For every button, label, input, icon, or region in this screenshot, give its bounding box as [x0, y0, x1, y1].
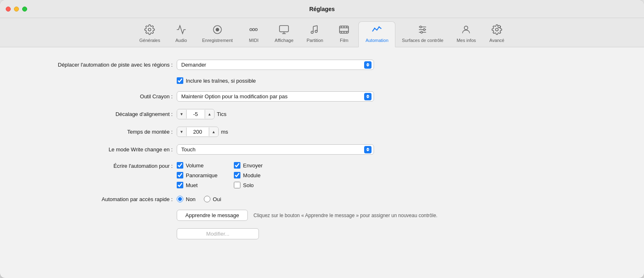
temps-montee-stepper: ▾ 200 ▴: [177, 127, 219, 137]
module-checkbox[interactable]: [234, 172, 240, 178]
tab-enregistrement-label: Enregistrement: [202, 38, 233, 43]
svg-point-25: [374, 28, 375, 29]
inclure-checkbox-group: Inclure les traînes, si possible: [177, 77, 256, 84]
svg-point-0: [148, 28, 151, 31]
temps-montee-label: Temps de montée :: [25, 129, 173, 135]
envoyer-checkbox-row: Envoyer: [234, 162, 275, 169]
radio-non-row: Non: [177, 196, 196, 202]
gear-icon: [144, 24, 155, 36]
automation-icon: [372, 24, 382, 36]
apprendre-button-row: Apprendre le message Cliquez sur le bout…: [177, 210, 437, 221]
deplacer-label: Déplacer l'automation de piste avec les …: [25, 62, 173, 68]
decalage-value: -5: [187, 109, 205, 119]
tab-film[interactable]: Film: [330, 22, 358, 47]
write-mode-row: Le mode Write change en : Touch Latch Wr…: [25, 144, 619, 155]
write-mode-label: Le mode Write change en :: [25, 146, 173, 153]
apprendre-button[interactable]: Apprendre le message: [177, 210, 248, 221]
content-area: Déplacer l'automation de piste avec les …: [0, 47, 644, 278]
radio-non-label[interactable]: Non: [186, 196, 196, 202]
tab-avance-label: Avancé: [489, 38, 505, 43]
svg-point-3: [250, 28, 252, 30]
svg-point-31: [424, 29, 425, 30]
write-mode-select[interactable]: Touch Latch Write: [177, 144, 374, 155]
svg-point-2: [216, 28, 219, 32]
tab-audio-label: Audio: [175, 38, 187, 43]
radio-non[interactable]: [177, 196, 183, 202]
svg-point-12: [315, 30, 317, 32]
deplacer-row: Déplacer l'automation de piste avec les …: [25, 60, 619, 70]
temps-montee-value: 200: [187, 127, 209, 137]
tab-partition-label: Partition: [307, 38, 323, 43]
panoramique-checkbox[interactable]: [177, 172, 183, 178]
outil-crayon-label: Outil Crayon :: [25, 93, 173, 100]
volume-checkbox[interactable]: [177, 162, 183, 169]
tab-mesinfos[interactable]: Mes infos: [450, 22, 482, 47]
apprendre-row: Apprendre le message Cliquez sur le bout…: [25, 210, 619, 221]
panoramique-label[interactable]: Panoramique: [186, 172, 217, 178]
solo-label[interactable]: Solo: [243, 182, 254, 188]
inclure-label[interactable]: Inclure les traînes, si possible: [186, 78, 256, 84]
tab-surfaces[interactable]: Surfaces de contrôle: [395, 22, 450, 47]
traffic-lights: [6, 7, 27, 12]
tab-affichage[interactable]: Affichage: [268, 22, 300, 47]
muet-checkbox[interactable]: [177, 182, 183, 188]
tab-film-label: Film: [340, 38, 349, 43]
ecrire-auto-row: Écrire l'automation pour : Volume Envoye…: [25, 162, 619, 188]
audio-icon: [176, 24, 187, 36]
tab-audio[interactable]: Audio: [167, 22, 196, 47]
temps-montee-row: Temps de montée : ▾ 200 ▴ ms: [25, 127, 619, 137]
decalage-decrement[interactable]: ▾: [177, 110, 187, 118]
deplacer-select-wrapper: Demander Toujours Jamais: [177, 60, 374, 70]
volume-checkbox-row: Volume: [177, 162, 217, 169]
titlebar: Réglages: [0, 0, 644, 18]
sliders-icon: [417, 24, 428, 36]
decalage-increment[interactable]: ▴: [205, 110, 214, 118]
envoyer-label[interactable]: Envoyer: [243, 162, 263, 169]
deplacer-select[interactable]: Demander Toujours Jamais: [177, 60, 374, 70]
svg-point-11: [311, 31, 313, 33]
tab-generales-label: Générales: [139, 38, 160, 43]
temps-montee-unit: ms: [221, 129, 228, 135]
midi-icon: [248, 24, 259, 36]
solo-checkbox[interactable]: [234, 182, 240, 188]
module-checkbox-row: Module: [234, 172, 275, 178]
svg-point-30: [420, 26, 422, 28]
inclure-row: Inclure les traînes, si possible: [25, 77, 619, 84]
tab-generales[interactable]: Générales: [133, 22, 167, 47]
outil-crayon-select[interactable]: Maintenir Option pour la modification pa…: [177, 91, 374, 102]
solo-checkbox-row: Solo: [234, 182, 275, 188]
minimize-button[interactable]: [14, 7, 19, 12]
muet-label[interactable]: Muet: [186, 182, 198, 188]
person-icon: [461, 24, 471, 36]
display-icon: [279, 24, 289, 36]
svg-point-26: [379, 26, 380, 28]
temps-montee-decrement[interactable]: ▾: [177, 127, 187, 136]
radio-oui-row: Oui: [204, 196, 221, 202]
radio-oui-label[interactable]: Oui: [213, 196, 221, 202]
main-window: Réglages Générales Audio: [0, 0, 644, 278]
film-icon: [339, 24, 349, 36]
maximize-button[interactable]: [22, 7, 27, 12]
temps-montee-increment[interactable]: ▴: [209, 127, 218, 136]
svg-point-33: [464, 26, 468, 30]
tab-partition[interactable]: Partition: [300, 22, 330, 47]
envoyer-checkbox[interactable]: [234, 162, 240, 169]
volume-label[interactable]: Volume: [186, 162, 203, 169]
ecrire-auto-checkboxes: Volume Envoyer Panoramique Module Muet: [177, 162, 275, 188]
tab-avance[interactable]: Avancé: [482, 22, 511, 47]
tab-midi[interactable]: MIDI: [239, 22, 268, 47]
module-label[interactable]: Module: [243, 172, 261, 178]
close-button[interactable]: [6, 7, 11, 12]
svg-point-35: [498, 25, 500, 28]
tab-automation[interactable]: Automation: [358, 21, 395, 47]
inclure-checkbox[interactable]: [177, 77, 183, 84]
tab-enregistrement[interactable]: Enregistrement: [196, 22, 240, 47]
tab-automation-label: Automation: [365, 38, 388, 43]
acces-rapide-label: Automation par accès rapide :: [25, 196, 173, 202]
tab-mesinfos-label: Mes infos: [457, 38, 476, 43]
acces-rapide-radio-group: Non Oui: [177, 196, 221, 202]
toolbar: Générales Audio Enregistrement: [0, 18, 644, 47]
modifier-button[interactable]: Modifier...: [177, 228, 259, 239]
radio-oui[interactable]: [204, 196, 210, 202]
muet-checkbox-row: Muet: [177, 182, 217, 188]
